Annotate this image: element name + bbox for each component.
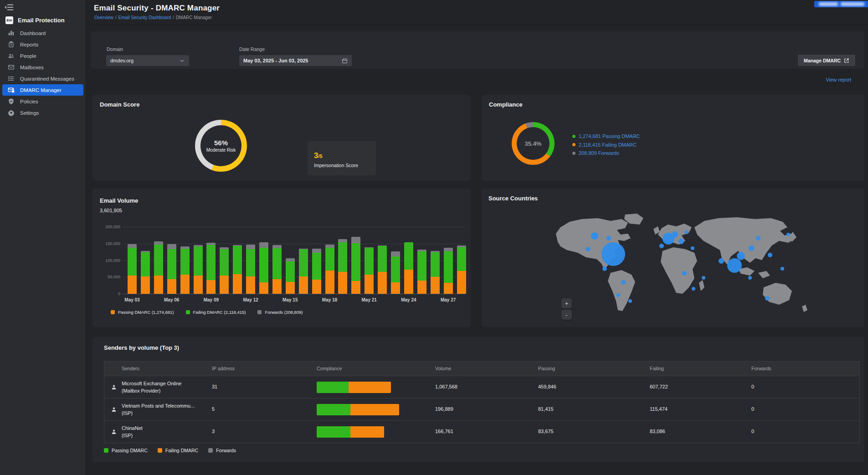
sidebar-item-mailboxes[interactable]: Mailboxes bbox=[2, 61, 83, 73]
column-header-compliance: Compliance bbox=[317, 366, 342, 371]
volume-bar-may-27 bbox=[444, 248, 453, 294]
date-range-input[interactable]: May 03, 2025 - Jun 03, 2025 bbox=[239, 55, 352, 66]
sidebar-item-policies[interactable]: Policies bbox=[2, 96, 83, 107]
compliance-bar-passing bbox=[317, 404, 350, 415]
sidebar-collapse-icon[interactable] bbox=[5, 4, 14, 11]
sender-failing: 607,722 bbox=[650, 384, 668, 389]
source-country-bubble bbox=[659, 244, 664, 248]
map-zoom-in-button[interactable]: + bbox=[561, 298, 572, 308]
bar-segment bbox=[312, 253, 321, 280]
bar-segment bbox=[299, 249, 308, 276]
bar-segment bbox=[194, 276, 203, 294]
bar-segment bbox=[299, 276, 308, 294]
app-brand: Em Email Protection bbox=[5, 16, 65, 24]
manage-dmarc-button[interactable]: Manage DMARC bbox=[798, 55, 855, 66]
account-badge-redacted[interactable] bbox=[814, 1, 868, 7]
sidebar: Em Email Protection DashboardReportsPeop… bbox=[0, 0, 86, 475]
volume-bar-may-21 bbox=[365, 247, 374, 294]
source-country-bubble bbox=[586, 247, 590, 251]
senders-card: Senders by volume (Top 3) SendersIP addr… bbox=[92, 337, 864, 462]
source-country-bubble bbox=[727, 258, 742, 273]
compliance-legend-text: 2,118,415 Failing DMARC bbox=[579, 142, 637, 148]
source-country-bubble bbox=[692, 287, 695, 291]
bar-segment bbox=[194, 246, 203, 276]
source-country-bubble bbox=[749, 245, 754, 251]
domain-select-value: dmdev.org bbox=[110, 58, 179, 63]
compliance-legend-item[interactable]: 2,118,415 Failing DMARC bbox=[572, 141, 640, 149]
date-range-value: May 03, 2025 - Jun 03, 2025 bbox=[243, 58, 342, 63]
column-header-ip-address: IP address bbox=[212, 366, 235, 371]
sender-type: (Mailbox Provider) bbox=[122, 388, 160, 393]
bar-segment bbox=[128, 276, 137, 294]
senders-title: Senders by volume (Top 3) bbox=[104, 344, 179, 351]
bar-segment bbox=[457, 247, 466, 271]
source-country-bubble bbox=[682, 271, 687, 276]
bar-segment bbox=[444, 251, 453, 283]
bar-segment bbox=[391, 256, 400, 282]
impersonation-score-value: 3/5 bbox=[314, 151, 323, 160]
sender-passing: 81,415 bbox=[538, 406, 554, 412]
compliance-legend-item[interactable]: 1,274,681 Passing DMARC bbox=[572, 132, 640, 141]
x-axis-tick-label: May 27 bbox=[435, 297, 462, 302]
bar-segment bbox=[154, 276, 163, 294]
bar-segment bbox=[457, 271, 466, 294]
y-axis-tick-label: 0 bbox=[94, 291, 120, 296]
bar-segment bbox=[378, 272, 387, 294]
bar-segment bbox=[233, 274, 242, 294]
bar-segment bbox=[431, 252, 440, 277]
main-content: Domain dmdev.org Date Range May 03, 2025… bbox=[86, 25, 868, 475]
compliance-legend: 1,274,681 Passing DMARC2,118,415 Failing… bbox=[572, 132, 640, 158]
source-countries-title: Source Countries bbox=[488, 195, 538, 202]
volume-bar-may-09 bbox=[206, 243, 216, 294]
x-axis-tick-label: May 12 bbox=[237, 297, 264, 302]
map-zoom-out-button[interactable]: - bbox=[561, 310, 572, 320]
legend-label: Forwards (208,809) bbox=[265, 310, 303, 315]
source-country-bubble bbox=[768, 253, 772, 257]
compliance-bar bbox=[317, 382, 391, 393]
table-row: ChinaNet(ISP)3166,76183,67583,0860 bbox=[104, 420, 859, 443]
bar-segment bbox=[141, 276, 150, 294]
legend-square-icon bbox=[257, 310, 262, 314]
legend-label: Passing DMARC (1,274,681) bbox=[118, 310, 174, 315]
bar-segment bbox=[259, 248, 268, 282]
bar-segment bbox=[128, 244, 137, 247]
x-axis-tick-label: May 09 bbox=[197, 297, 225, 302]
bar-segment bbox=[365, 275, 374, 294]
redacted-text-blob bbox=[819, 2, 838, 6]
bar-segment bbox=[338, 242, 347, 272]
volume-bar-may-16 bbox=[299, 249, 308, 294]
sidebar-item-people[interactable]: People bbox=[2, 50, 83, 61]
bar-segment bbox=[351, 243, 360, 281]
legend-label: Forwards bbox=[216, 448, 236, 453]
bar-segment bbox=[391, 282, 400, 294]
domain-select[interactable]: dmdev.org bbox=[106, 55, 189, 66]
sidebar-item-dmarc-manager[interactable]: DMARC Manager bbox=[2, 84, 83, 96]
volume-bar-may-18 bbox=[325, 245, 334, 294]
legend-item: Forwards bbox=[208, 448, 236, 453]
compliance-legend-item[interactable]: 208,809 Forwards bbox=[572, 149, 640, 158]
sidebar-item-settings[interactable]: Settings bbox=[2, 107, 83, 118]
breadcrumb-overview[interactable]: Overview bbox=[94, 15, 113, 20]
view-report-link[interactable]: View report bbox=[826, 77, 851, 82]
sidebar-nav: DashboardReportsPeopleMailboxesQuarantin… bbox=[0, 27, 86, 118]
filter-bar: Domain dmdev.org Date Range May 03, 2025… bbox=[91, 31, 864, 69]
source-country-bubble bbox=[621, 280, 626, 285]
sidebar-item-reports[interactable]: Reports bbox=[2, 39, 83, 50]
compliance-bar bbox=[317, 426, 384, 438]
email-volume-title: Email Volume bbox=[100, 197, 138, 204]
legend-dot-icon bbox=[572, 135, 575, 138]
legend-square-icon bbox=[208, 448, 213, 453]
volume-bar-may-06 bbox=[167, 244, 176, 294]
source-country-bubble bbox=[602, 266, 607, 271]
volume-bar-may-10 bbox=[220, 247, 229, 294]
sidebar-item-quarantined-messages[interactable]: Quarantined Messages bbox=[2, 73, 83, 84]
bar-chart-icon bbox=[8, 30, 15, 36]
breadcrumb: Overview/Email Security Dashboard/DMARC … bbox=[94, 15, 212, 20]
bar-segment bbox=[312, 249, 321, 253]
breadcrumb-email-security-dashboard[interactable]: Email Security Dashboard bbox=[118, 15, 171, 20]
world-map[interactable] bbox=[488, 214, 858, 323]
column-header-volume: Volume bbox=[435, 366, 451, 371]
bar-segment bbox=[259, 282, 268, 294]
sidebar-item-dashboard[interactable]: Dashboard bbox=[2, 27, 83, 39]
sender-name: ChinaNet bbox=[122, 425, 143, 431]
